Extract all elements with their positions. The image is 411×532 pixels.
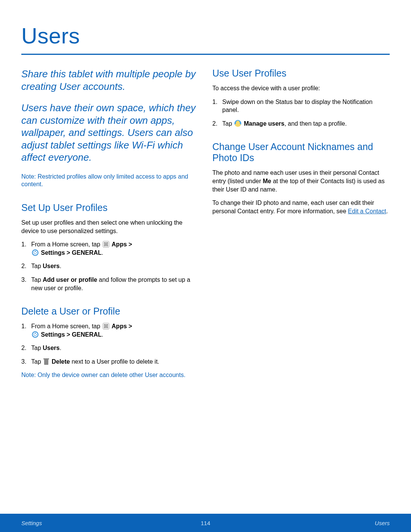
- step-post: , and then tap a profile.: [284, 120, 347, 127]
- step-text: Tap: [31, 276, 43, 283]
- apps-icon: [103, 323, 109, 329]
- step-post: next to a User profile to delete it.: [70, 358, 159, 365]
- use-step-2: Tap Manage users, and then tap a profile…: [212, 120, 390, 128]
- note-body: : Only the device owner can delete other…: [34, 372, 186, 378]
- period: .: [60, 263, 61, 269]
- heading-set-up-profiles: Set Up User Profiles: [21, 202, 199, 213]
- use-intro: To access the device with a user profile…: [212, 84, 390, 93]
- document-page: Users Share this tablet with multiple pe…: [0, 0, 411, 532]
- setup-step-2: Tap Users.: [21, 262, 199, 270]
- intro-paragraph-1: Share this tablet with multiple people b…: [21, 68, 199, 93]
- gt: >: [127, 241, 132, 248]
- footer-left: Settings: [21, 520, 42, 526]
- page-title: Users: [21, 23, 390, 54]
- note-delete-owner: Note: Only the device owner can delete o…: [21, 371, 199, 379]
- edit-contact-link[interactable]: Edit a Contact: [348, 208, 386, 214]
- setup-intro: Set up user profiles and then select one…: [21, 219, 199, 235]
- use-steps: Swipe down on the Status bar to display …: [212, 98, 390, 128]
- period: .: [60, 345, 61, 351]
- delete-label: Delete: [52, 358, 70, 365]
- period: .: [102, 249, 103, 256]
- trash-icon: [43, 358, 49, 365]
- apps-icon: [103, 241, 109, 248]
- step-text: Tap: [31, 263, 43, 269]
- users-label: Users: [43, 263, 59, 269]
- settings-icon: [32, 331, 38, 338]
- step-text: From a Home screen, tap: [31, 323, 102, 329]
- setup-steps: From a Home screen, tap Apps > Settings …: [21, 240, 199, 292]
- right-column: Use User Profiles To access the device w…: [212, 68, 390, 389]
- change-p2: To change their ID photo and name, each …: [212, 199, 390, 215]
- note-label: Note: [21, 372, 34, 378]
- settings-label: Settings: [41, 331, 65, 338]
- settings-icon: [32, 249, 38, 256]
- step-text: Swipe down on the Status bar to display …: [222, 99, 373, 113]
- intro-paragraph-2: Users have their own space, which they c…: [21, 102, 199, 164]
- step-text: Tap: [222, 120, 234, 127]
- manage-users-label: Manage users: [244, 120, 285, 127]
- note-label: Note: [21, 173, 34, 180]
- gt: >: [127, 323, 132, 329]
- delete-step-2: Tap Users.: [21, 344, 199, 352]
- left-column: Share this tablet with multiple people b…: [21, 68, 199, 389]
- delete-steps: From a Home screen, tap Apps > Settings …: [21, 322, 199, 366]
- add-user-label: Add user or profile: [43, 276, 97, 283]
- use-step-1: Swipe down on the Status bar to display …: [212, 98, 390, 114]
- users-label: Users: [43, 345, 59, 351]
- heading-change-nicknames: Change User Account Nicknames and Photo …: [212, 141, 390, 163]
- period: .: [102, 331, 103, 338]
- setup-step-3: Tap Add user or profile and follow the p…: [21, 276, 199, 292]
- me-label: Me: [263, 178, 271, 184]
- step-text: Tap: [31, 345, 43, 351]
- p2-post: .: [386, 208, 388, 214]
- user-icon: [234, 120, 241, 127]
- heading-use-profiles: Use User Profiles: [212, 68, 390, 79]
- step-text: From a Home screen, tap: [31, 241, 102, 248]
- content-columns: Share this tablet with multiple people b…: [21, 68, 390, 389]
- setup-step-1: From a Home screen, tap Apps > Settings …: [21, 240, 199, 257]
- footer-page-number: 114: [201, 520, 210, 526]
- delete-step-1: From a Home screen, tap Apps > Settings …: [21, 322, 199, 339]
- step-text: Tap: [31, 358, 43, 365]
- heading-delete-profile: Delete a User or Profile: [21, 306, 199, 317]
- settings-label: Settings: [41, 249, 65, 256]
- note-restricted-profiles: Note: Restricted profiles allow only lim…: [21, 173, 199, 189]
- title-rule: [21, 54, 390, 55]
- general-label: > GENERAL: [65, 331, 102, 338]
- apps-label: Apps: [112, 323, 127, 329]
- page-footer: Settings 114 Users: [0, 514, 411, 532]
- delete-step-3: Tap Delete next to a User profile to del…: [21, 358, 199, 366]
- change-p1: The photo and name each user uses in the…: [212, 169, 390, 193]
- note-body: : Restricted profiles allow only limited…: [21, 173, 188, 188]
- general-label: > GENERAL: [65, 249, 102, 256]
- footer-right: Users: [375, 520, 390, 526]
- apps-label: Apps: [112, 241, 127, 248]
